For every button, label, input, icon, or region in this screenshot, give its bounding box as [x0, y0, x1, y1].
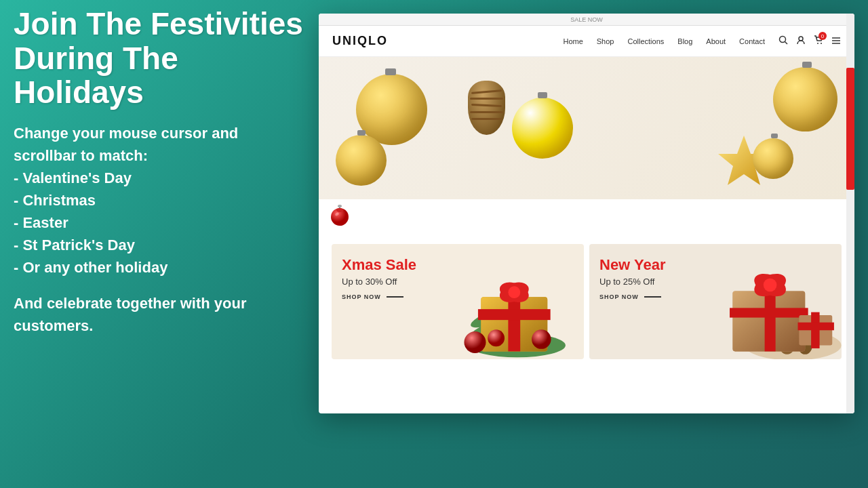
svg-point-3 — [817, 43, 818, 44]
nav-links: Home Shop Collections Blog About Contact — [563, 37, 765, 45]
ornament-cap-right — [802, 62, 812, 68]
ornament-cap-shine — [538, 92, 547, 98]
svg-point-4 — [821, 43, 822, 44]
xmas-cta-text: SHOP NOW — [342, 293, 381, 300]
newyear-cta-line — [644, 296, 661, 298]
product-section: Xmas Sale Up to 30% Off SHOP NOW — [319, 237, 854, 366]
xmas-cta[interactable]: SHOP NOW — [342, 293, 574, 300]
xmas-discount: Up to 30% Off — [342, 277, 574, 287]
nav-logo[interactable]: UNIQLO — [332, 34, 388, 48]
ornament-gold-right — [773, 67, 837, 131]
subtitle-block: Change your mouse cursor and scrollbar t… — [14, 122, 305, 279]
ornament-gold-medium — [336, 135, 387, 186]
newyear-card-content: New Year Up to 25% Off SHOP NOW — [589, 244, 842, 359]
closing-paragraph: And celebrate together with your custome… — [14, 292, 305, 337]
scrollbar-thumb[interactable] — [846, 68, 854, 190]
ornament-gold-small-right — [753, 138, 793, 179]
nav-home[interactable]: Home — [563, 37, 583, 45]
menu-icon[interactable] — [831, 36, 841, 47]
ornament-gold-large — [356, 74, 427, 145]
right-panel: SALE NOW UNIQLO Home Shop Collections Bl… — [319, 0, 868, 488]
holiday-item-2: - Christmas — [14, 189, 305, 211]
main-title: Join The Festivities During The Holidays — [14, 7, 305, 110]
top-banner-text: SALE NOW — [570, 16, 603, 23]
svg-point-12 — [338, 205, 342, 207]
navbar: UNIQLO Home Shop Collections Blog About … — [319, 26, 854, 57]
newyear-card: New Year Up to 25% Off SHOP NOW — [589, 244, 842, 359]
cart-icon[interactable]: 0 — [814, 35, 823, 47]
closing-text: And celebrate together with your custome… — [14, 292, 305, 337]
xmas-card-content: Xmas Sale Up to 30% Off SHOP NOW — [332, 244, 584, 359]
holiday-item-3: - Easter — [14, 211, 305, 234]
ornament-shine — [512, 98, 573, 159]
nav-blog[interactable]: Blog — [677, 37, 692, 45]
nav-contact[interactable]: Contact — [739, 37, 765, 45]
nav-collections[interactable]: Collections — [627, 37, 664, 45]
holiday-item-4: - St Patrick's Day — [14, 234, 305, 256]
xmas-cta-line — [387, 296, 403, 298]
svg-point-2 — [799, 37, 803, 41]
xmas-sale-card: Xmas Sale Up to 30% Off SHOP NOW — [332, 244, 584, 359]
left-panel: Join The Festivities During The Holidays… — [0, 0, 319, 488]
main-container: Join The Festivities During The Holidays… — [0, 0, 868, 488]
search-icon[interactable] — [778, 35, 788, 47]
svg-point-10 — [336, 208, 343, 212]
top-banner-bar: SALE NOW — [319, 14, 854, 26]
cart-badge: 0 — [818, 32, 827, 40]
svg-line-1 — [785, 42, 788, 45]
nav-shop[interactable]: Shop — [597, 37, 614, 45]
pinecone — [468, 81, 505, 135]
xmas-icon-row — [319, 199, 854, 232]
holiday-item-1: - Valentine's Day — [14, 167, 305, 189]
ornament-cap-small-right — [771, 134, 778, 138]
holiday-item-5: - Or any other holiday — [14, 256, 305, 279]
hero-area — [319, 57, 854, 199]
user-icon[interactable] — [796, 35, 806, 47]
ornament-cap-large — [385, 68, 396, 75]
xmas-ball-icon — [329, 205, 351, 226]
browser-window: SALE NOW UNIQLO Home Shop Collections Bl… — [319, 14, 854, 413]
newyear-discount: Up to 25% Off — [599, 277, 831, 287]
ornament-cap-medium — [357, 130, 366, 136]
intro-text: Change your mouse cursor and scrollbar t… — [14, 122, 305, 167]
svg-point-0 — [780, 37, 786, 43]
newyear-cta-text: SHOP NOW — [599, 293, 639, 300]
xmas-title: Xmas Sale — [342, 256, 574, 274]
newyear-cta[interactable]: SHOP NOW — [599, 293, 831, 300]
nav-icons: 0 — [778, 35, 841, 47]
newyear-title: New Year — [599, 256, 831, 274]
scrollbar[interactable] — [846, 14, 854, 413]
nav-about[interactable]: About — [706, 37, 726, 45]
